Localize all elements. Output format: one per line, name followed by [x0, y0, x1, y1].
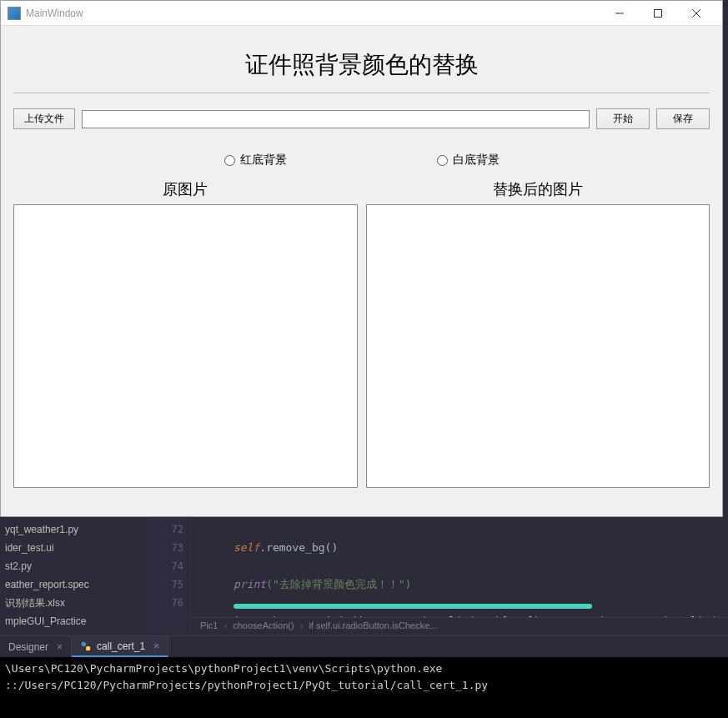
file-item[interactable]: st2.py [5, 557, 141, 575]
line-number: 74 [146, 557, 183, 575]
svg-rect-0 [82, 641, 86, 645]
file-item[interactable]: mpleGUI_Practice [5, 612, 141, 630]
ide-breadcrumb[interactable]: Pic1 › chooseAction() › if self.ui.radio… [192, 617, 728, 635]
minimize-button[interactable] [600, 1, 639, 26]
code-keyword: print [233, 578, 266, 590]
svg-rect-1 [86, 646, 90, 650]
original-image-view [13, 204, 358, 488]
tab-label: Designer [8, 641, 48, 653]
replaced-image-view [366, 204, 710, 488]
ide-file-sidebar: yqt_weather1.py ider_test.ui st2.py eath… [0, 517, 146, 634]
close-button[interactable] [677, 1, 715, 26]
save-button[interactable]: 保存 [656, 108, 710, 129]
file-item[interactable]: eather_report.spec [5, 575, 141, 594]
radio-icon [224, 155, 235, 166]
close-icon[interactable]: × [153, 640, 159, 652]
original-image-label: 原图片 [13, 179, 358, 199]
line-number: 75 [146, 575, 183, 594]
terminal-panel[interactable]: \Users\PC120\PycharmProjects\pythonProje… [0, 657, 728, 718]
divider [13, 93, 710, 93]
code-keyword: self [233, 541, 259, 554]
start-button[interactable]: 开始 [596, 108, 650, 129]
replaced-image-label: 替换后的图片 [366, 179, 710, 199]
chevron-right-icon: › [223, 620, 227, 630]
code-text: .remove_bg() [259, 541, 338, 554]
code-string: ("去除掉背景颜色完成！！") [266, 578, 411, 590]
app-icon [8, 7, 21, 20]
chevron-right-icon: › [300, 620, 304, 630]
horizontal-scrollbar[interactable] [233, 604, 592, 609]
ide-line-gutter: 72 73 74 75 76 [146, 517, 192, 634]
radio-label: 白底背景 [453, 153, 500, 168]
line-number: 73 [146, 539, 183, 557]
breadcrumb-item[interactable]: if self.ui.radioButton.isChecke... [309, 620, 437, 630]
breadcrumb-item[interactable]: Pic1 [200, 620, 218, 630]
file-item[interactable]: ider_test.ui [5, 539, 141, 557]
radio-label: 红底背景 [240, 153, 287, 168]
svg-rect-3 [655, 9, 662, 17]
maximize-button[interactable] [639, 1, 677, 26]
tab-designer[interactable]: Designer × [0, 636, 72, 657]
close-icon[interactable]: × [57, 641, 63, 653]
window-titlebar[interactable]: MainWindow [1, 1, 722, 26]
upload-button[interactable]: 上传文件 [13, 108, 75, 129]
radio-red-bg[interactable]: 红底背景 [224, 153, 287, 168]
ide-code-editor[interactable]: self.remove_bg() print("去除掉背景颜色完成！！") in… [192, 517, 728, 617]
radio-white-bg[interactable]: 白底背景 [437, 153, 500, 168]
breadcrumb-item[interactable]: chooseAction() [233, 620, 294, 630]
tab-label: call_cert_1 [97, 640, 145, 652]
file-item[interactable]: 识别结果.xlsx [5, 594, 141, 612]
radio-icon [437, 155, 448, 166]
ide-bottom-tabs: Designer × call_cert_1 × [0, 635, 728, 657]
python-icon [80, 640, 92, 652]
line-number: 76 [146, 594, 183, 612]
terminal-line: ::/Users/PC120/PycharmProjects/pythonPro… [5, 679, 488, 691]
main-window: MainWindow 证件照背景颜色的替换 上传文件 开始 保存 [0, 0, 723, 517]
file-path-input[interactable] [82, 110, 590, 128]
tab-call-cert[interactable]: call_cert_1 × [72, 636, 168, 657]
window-title: MainWindow [26, 8, 83, 19]
terminal-line: \Users\PC120\PycharmProjects\pythonProje… [5, 662, 442, 675]
file-item[interactable]: yqt_weather1.py [5, 520, 141, 539]
page-title: 证件照背景颜色的替换 [13, 34, 710, 93]
line-number: 72 [146, 520, 183, 539]
